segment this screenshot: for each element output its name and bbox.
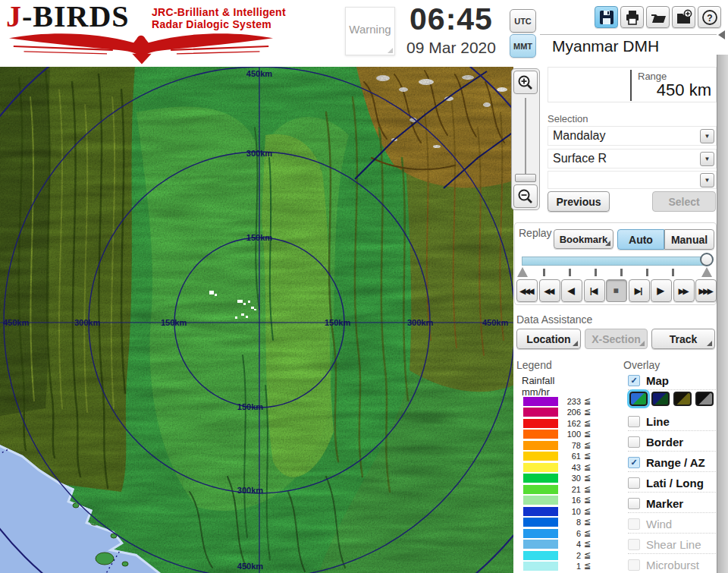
play-backward-button[interactable]: ◀ (561, 279, 582, 302)
svg-text:?: ? (707, 12, 712, 23)
logo-subtitle: JRC-Brilliant & Intelligent Radar Dialog… (152, 6, 286, 30)
slider-tick (569, 269, 571, 276)
location-button[interactable]: Location (516, 329, 581, 349)
magnifier-minus-icon (517, 188, 534, 205)
replay-slider-track[interactable] (522, 257, 709, 266)
xsection-button[interactable]: X-Section (585, 329, 648, 349)
range-box: Range 450 km (548, 67, 717, 102)
slider-tick (646, 269, 648, 276)
zoom-slider-track[interactable] (525, 98, 526, 181)
overlay-item-lati-long[interactable]: Lati / Long (628, 474, 717, 493)
auto-button[interactable]: Auto (617, 229, 664, 250)
magnifier-plus-icon (517, 74, 534, 91)
checkbox[interactable] (628, 477, 640, 489)
clock-time: 06:45 (391, 2, 512, 37)
forward-fast-button[interactable]: ▶▶▶ (695, 279, 717, 302)
overlay-item-wind: Wind (628, 515, 717, 534)
legend-row: 10≦ (523, 507, 607, 517)
legend-row: 1≦ (523, 562, 607, 571)
radar-map[interactable]: 450km 300km 150km 150km 300km 450km 450k… (0, 67, 513, 573)
overlay-item-range-az[interactable]: ✓ Range / AZ (628, 453, 717, 472)
overlay-item-border[interactable]: Border (628, 433, 717, 452)
legend-row: 21≦ (523, 485, 607, 495)
chevron-down-icon[interactable]: ▼ (700, 129, 714, 143)
legend-row: 78≦ (523, 441, 607, 451)
panel-resize-strip[interactable] (717, 55, 728, 573)
svg-text:300km: 300km (74, 318, 100, 327)
legend-unit-line2: mm/hr (522, 386, 550, 398)
manual-button[interactable]: Manual (664, 229, 714, 250)
skip-end-button[interactable]: ▶| (629, 279, 650, 302)
bookmark-button[interactable]: Bookmark (554, 229, 613, 249)
mmt-button[interactable]: MMT (510, 34, 536, 58)
legend-row: 162≦ (523, 419, 607, 429)
replay-label: Replay (519, 227, 552, 239)
map-style-swatch-4[interactable] (695, 392, 714, 406)
legend-row: 233≦ (523, 397, 607, 407)
select-button[interactable]: Select (652, 191, 716, 212)
stop-button[interactable]: ■ (606, 279, 627, 302)
panel-collapse-arrow-icon[interactable] (718, 30, 725, 39)
legend-swatch (523, 529, 558, 538)
zoom-in-button[interactable] (513, 71, 538, 94)
slider-tick (672, 269, 674, 276)
legend-swatch (523, 551, 558, 560)
help-button[interactable]: ? (698, 6, 721, 28)
legend-swatch (523, 419, 558, 428)
legend-row: 30≦ (523, 474, 607, 483)
svg-text:450km: 450km (482, 318, 508, 327)
utc-button[interactable]: UTC (510, 9, 536, 33)
overlay-item-marker[interactable]: Marker (628, 494, 717, 513)
checkbox[interactable] (628, 416, 640, 427)
svg-text:450km: 450km (3, 318, 29, 327)
legend-row: 100≦ (523, 430, 607, 439)
range-divider (630, 70, 632, 101)
map-style-swatch-2[interactable] (651, 392, 670, 406)
svg-text:150km: 150km (237, 402, 263, 411)
play-button[interactable]: ▶ (651, 279, 672, 302)
selection-label: Selection (548, 113, 588, 124)
overlay-item-map[interactable]: ✓ Map (628, 371, 717, 390)
site-dropdown[interactable]: Mandalay ▼ (548, 126, 717, 146)
slider-tick (543, 269, 545, 276)
chevron-down-icon[interactable]: ▼ (700, 152, 714, 166)
checkbox[interactable] (628, 498, 640, 509)
product-dropdown[interactable]: Surface R ▼ (548, 149, 717, 168)
rewind-fast-button[interactable]: ◀◀◀ (516, 279, 538, 302)
forward-button[interactable]: ▶▶ (673, 279, 695, 302)
slider-start-marker[interactable] (517, 267, 528, 277)
previous-button[interactable]: Previous (548, 191, 610, 212)
legend-swatch (523, 485, 558, 494)
radar-map-canvas: 450km 300km 150km 150km 300km 450km 450k… (0, 67, 513, 573)
zoom-out-button[interactable] (513, 184, 538, 208)
skip-start-button[interactable]: |◀ (584, 279, 605, 302)
extra-dropdown[interactable]: ▼ (548, 171, 717, 189)
slider-tick (595, 269, 597, 276)
floppy-icon (598, 9, 615, 26)
save-button[interactable] (595, 6, 618, 28)
overlay-item-line[interactable]: Line (628, 412, 717, 431)
checkbox[interactable]: ✓ (628, 457, 640, 468)
legend-row: 4≦ (523, 540, 607, 549)
print-button[interactable] (620, 6, 644, 28)
svg-text:300km: 300km (407, 318, 433, 327)
map-style-swatch-1[interactable] (629, 392, 648, 406)
help-icon: ? (701, 9, 718, 26)
svg-text:300km: 300km (246, 149, 272, 158)
legend-swatch (523, 408, 558, 417)
zoom-slider-thumb[interactable] (515, 174, 536, 182)
map-style-swatch-3[interactable] (673, 392, 692, 406)
printer-icon (624, 9, 641, 26)
legend-row: 8≦ (523, 518, 607, 527)
add-folder-button[interactable] (672, 6, 695, 28)
checkbox[interactable]: ✓ (628, 375, 640, 386)
map-zoom-control (511, 68, 540, 210)
chevron-down-icon[interactable]: ▼ (700, 173, 714, 187)
replay-slider-thumb[interactable] (700, 253, 714, 266)
rewind-button[interactable]: ◀◀ (539, 279, 560, 302)
checkbox[interactable] (628, 436, 640, 448)
legend-swatch (523, 507, 558, 516)
track-button[interactable]: Track (651, 329, 715, 349)
open-folder-button[interactable] (646, 6, 670, 28)
slider-end-marker[interactable] (701, 267, 712, 277)
